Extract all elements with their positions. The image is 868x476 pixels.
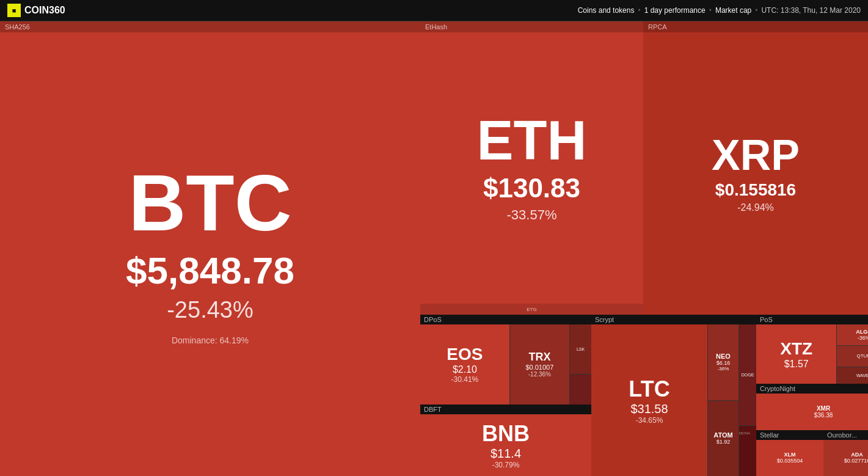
btc-price: $5,848.78	[126, 249, 294, 292]
neo-cell[interactable]: NEO $6.16 -36%	[708, 324, 739, 400]
xrp-panel[interactable]: RPCA XRP $0.155816 -24.94%	[643, 21, 868, 315]
xtz-cell[interactable]: XTZ $1.57	[756, 324, 836, 384]
logo-text: COIN360	[24, 5, 65, 16]
market-cap-filter[interactable]: Market cap	[715, 6, 751, 15]
ethash-label: EtHash	[420, 21, 643, 32]
btc-dominance: Dominance: 64.19%	[172, 335, 249, 345]
waves-name: WAVES	[856, 373, 868, 378]
sep2: •	[709, 6, 712, 15]
ouro-section: Ourobor... ADA $0.027716	[823, 430, 868, 476]
stellar-section: Stellar XLM $0.035504	[756, 430, 823, 476]
ada-price: $0.027716	[844, 458, 868, 464]
lsk-cell[interactable]: LSK	[570, 324, 591, 374]
dpos-label: DPoS	[420, 315, 591, 324]
bnb-cell[interactable]: BNB $11.4 -30.79%	[420, 414, 591, 476]
extra-dpos	[570, 375, 591, 405]
ltc-cell[interactable]: LTC $31.58 -34.65%	[591, 324, 707, 476]
mona-cell: MONA	[739, 426, 756, 476]
qtum-name: QTUM	[856, 353, 868, 359]
pos-section: PoS XTZ $1.57 ALGO -36% QTUM	[756, 315, 868, 384]
top-right: EtHash ETH $130.83 -33.57% ETG RPCA XRP …	[420, 21, 868, 315]
algo-change: -36%	[858, 335, 868, 341]
dpos-inner: EOS $2.10 -30.41% TRX $0.01007 -12.36% L…	[420, 324, 591, 405]
xtz-price: $1.57	[784, 359, 809, 370]
doge-cell[interactable]: DOGE	[739, 324, 756, 425]
xmr-name: XMR	[817, 405, 830, 412]
eos-change: -30.41%	[451, 375, 479, 384]
cn-inner: XMR $36.38	[756, 394, 868, 430]
eth-change: -33.57%	[507, 207, 557, 223]
scrypt-area: Scrypt LTC $31.58 -34.65% NEO $6.16 -36%	[591, 315, 756, 476]
trx-cell[interactable]: TRX $0.01007 -12.36%	[510, 324, 569, 405]
neo-name: NEO	[716, 353, 731, 360]
cryptonight-label: CryptoNight	[756, 384, 868, 394]
bnb-name: BNB	[482, 421, 530, 447]
eos-name: EOS	[447, 345, 483, 364]
pos-label: PoS	[756, 315, 868, 324]
xmr-price: $36.38	[814, 412, 833, 419]
scrypt-section: Scrypt LTC $31.58 -34.65% NEO $6.16 -36%	[591, 315, 756, 476]
dbft-label: DBFT	[420, 405, 591, 414]
coins-tokens-filter[interactable]: Coins and tokens	[578, 6, 635, 15]
stellar-ouro-row: Stellar XLM $0.035504 Ourobor... ADA $0.…	[756, 430, 868, 476]
waves-cell[interactable]: WAVES	[837, 367, 868, 384]
btc-block[interactable]: SHA256 BTC $5,848.78 -25.43% Dominance: …	[0, 21, 420, 476]
btc-name: BTC	[128, 163, 291, 243]
eos-price: $2.10	[453, 364, 477, 375]
dbft-inner: BNB $11.4 -30.79%	[420, 414, 591, 476]
ltc-price: $31.58	[630, 402, 668, 416]
xlm-cell[interactable]: XLM $0.035504	[756, 440, 823, 476]
pos-mini-col: ALGO -36% QTUM WAVES	[837, 324, 868, 384]
xmr-cell[interactable]: XMR $36.38	[756, 394, 868, 430]
xlm-name: XLM	[784, 452, 796, 458]
logo[interactable]: ■ COIN360	[7, 4, 65, 17]
navbar: ■ COIN360 Coins and tokens • 1 day perfo…	[0, 0, 868, 21]
neo-change: -36%	[718, 366, 729, 372]
logo-icon: ■	[7, 4, 21, 17]
ada-cell[interactable]: ADA $0.027716	[823, 440, 868, 476]
doge-col: DOGE MONA	[739, 324, 756, 476]
trx-price: $0.01007	[525, 364, 553, 371]
scrypt-inner: LTC $31.58 -34.65% NEO $6.16 -36% ATO	[591, 324, 756, 476]
mona-name: MONA	[739, 431, 750, 435]
atom-price: $1.92	[717, 439, 731, 445]
ltc-change: -34.65%	[636, 416, 663, 425]
dpos-section: DPoS EOS $2.10 -30.41% TRX $0.01007 -12.…	[420, 315, 591, 405]
ada-name: ADA	[851, 452, 863, 458]
sha256-label: SHA256	[0, 21, 420, 32]
stellar-label: Stellar	[756, 430, 823, 440]
atom-cell[interactable]: ATOM $1.92	[708, 401, 739, 477]
eth-price: $130.83	[483, 173, 580, 203]
nav-info: Coins and tokens • 1 day performance • M…	[578, 6, 861, 15]
algo-cell[interactable]: ALGO -36%	[837, 324, 868, 345]
eos-cell[interactable]: EOS $2.10 -30.41%	[420, 324, 509, 405]
xtz-name: XTZ	[780, 339, 812, 359]
sep3: •	[755, 6, 757, 15]
right-panel: EtHash ETH $130.83 -33.57% ETG RPCA XRP …	[420, 21, 868, 476]
xrp-price: $0.155816	[715, 180, 796, 200]
btc-content: BTC $5,848.78 -25.43% Dominance: 64.19%	[0, 32, 420, 476]
qtum-cell[interactable]: QTUM	[837, 346, 868, 367]
bnb-price: $11.4	[491, 447, 521, 461]
xrp-name: XRP	[712, 134, 800, 177]
algo-name: ALGO	[856, 329, 868, 335]
trx-change: -12.36%	[528, 371, 551, 378]
doge-name: DOGE	[742, 373, 754, 377]
neo-atom-col: NEO $6.16 -36% ATOM $1.92	[708, 324, 739, 476]
btc-change: -25.43%	[167, 297, 253, 323]
neo-price: $6.16	[717, 360, 731, 366]
pos-inner: XTZ $1.57 ALGO -36% QTUM	[756, 324, 868, 384]
eth-name: ETH	[477, 113, 587, 168]
etg-mini: ETG	[527, 307, 536, 312]
xrp-content: XRP $0.155816 -24.94%	[643, 32, 868, 315]
eth-panel[interactable]: EtHash ETH $130.83 -33.57% ETG	[420, 21, 643, 315]
atom-name: ATOM	[713, 431, 732, 439]
eth-content: ETH $130.83 -33.57%	[420, 32, 643, 304]
cryptonight-section: CryptoNight XMR $36.38	[756, 384, 868, 430]
dpos-area: DPoS EOS $2.10 -30.41% TRX $0.01007 -12.…	[420, 315, 591, 476]
pos-area: PoS XTZ $1.57 ALGO -36% QTUM	[756, 315, 868, 476]
rpca-label: RPCA	[643, 21, 868, 32]
lsk-col: LSK	[570, 324, 591, 405]
performance-filter[interactable]: 1 day performance	[644, 6, 706, 15]
main-content: SHA256 BTC $5,848.78 -25.43% Dominance: …	[0, 21, 868, 476]
